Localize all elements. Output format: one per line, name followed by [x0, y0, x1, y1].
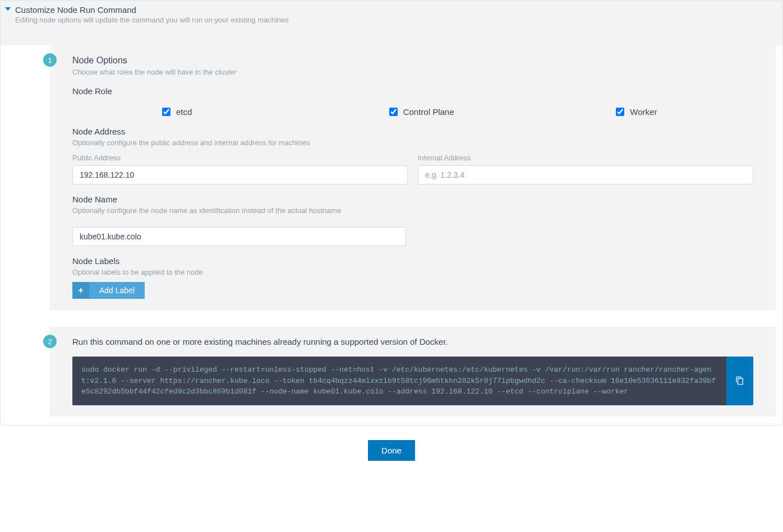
node-name-sub: Optionally configure the node name as id…	[72, 206, 753, 215]
public-address-input[interactable]	[72, 165, 408, 184]
public-address-label: Public Address	[72, 154, 408, 162]
node-address-heading: Node Address	[72, 127, 753, 136]
step-badge-1: 1	[43, 53, 57, 67]
add-label-button[interactable]: + Add Label	[72, 282, 145, 299]
role-etcd-label[interactable]: etcd	[162, 107, 192, 117]
role-control-plane-text: Control Plane	[403, 107, 454, 117]
node-labels-sub: Optional labels to be applied to the nod…	[72, 268, 753, 276]
internal-address-label: Internal Address	[418, 154, 753, 162]
node-role-row: etcd Control Plane Worker	[72, 107, 753, 117]
step-2-section: 2 Run this command on one or more existi…	[50, 327, 776, 417]
step-badge-2: 2	[43, 335, 57, 348]
panel-title: Customize Node Run Command	[15, 5, 289, 15]
role-etcd-checkbox[interactable]	[162, 108, 171, 116]
role-control-plane-label[interactable]: Control Plane	[389, 107, 454, 117]
node-options-title: Node Options	[72, 55, 753, 66]
node-options-subtitle: Choose what roles the node will have in …	[72, 68, 753, 76]
collapse-caret-icon[interactable]	[5, 7, 11, 11]
panel-header[interactable]: Customize Node Run Command Editing node …	[1, 1, 782, 29]
role-worker-label[interactable]: Worker	[616, 107, 657, 117]
role-etcd-text: etcd	[176, 107, 192, 117]
node-name-input[interactable]	[72, 227, 406, 246]
plus-icon: +	[72, 282, 89, 299]
role-worker-checkbox[interactable]	[616, 108, 624, 116]
node-name-heading: Node Name	[72, 195, 753, 204]
internal-address-input[interactable]	[418, 165, 753, 184]
done-button[interactable]: Done	[368, 440, 415, 461]
role-control-plane-checkbox[interactable]	[389, 108, 398, 116]
role-worker-text: Worker	[630, 107, 657, 117]
copy-command-button[interactable]	[726, 357, 753, 405]
node-role-heading: Node Role	[72, 86, 753, 96]
step-1-section: 1 Node Options Choose what roles the nod…	[50, 45, 776, 310]
command-text[interactable]: sudo docker run -d --privileged --restar…	[72, 357, 726, 405]
node-labels-heading: Node Labels	[72, 256, 753, 266]
add-label-text: Add Label	[89, 286, 145, 295]
clipboard-icon	[735, 376, 744, 386]
command-instruction: Run this command on one or more existing…	[72, 337, 753, 346]
node-address-sub: Optionally configure the public address …	[72, 138, 753, 147]
customize-node-panel: Customize Node Run Command Editing node …	[0, 0, 783, 425]
panel-subtitle: Editing node options will update the com…	[15, 16, 289, 24]
